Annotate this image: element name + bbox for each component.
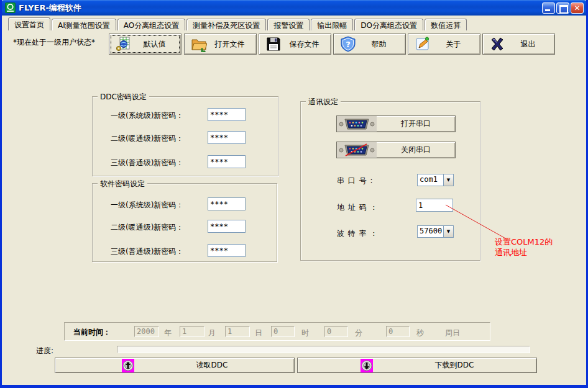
second-field [386, 326, 410, 337]
about-label: 关于 [431, 39, 476, 50]
about-button[interactable]: 关于 [408, 34, 480, 55]
com-port-value: com1 [418, 174, 443, 186]
maximize-button[interactable] [556, 2, 569, 14]
sw-level3-label: 三级(普通级)新密码： [111, 246, 183, 257]
baud-rate-value: 57600 [418, 226, 443, 237]
exit-label: 退出 [505, 39, 551, 50]
app-logo-icon [5, 2, 16, 13]
ddc-password-group-title: DDC密码设定 [98, 92, 149, 102]
annotation-text: 设置COLM12的 通讯地址 [495, 237, 553, 258]
minimize-button[interactable] [542, 2, 555, 14]
ddc-level2-label: 二级(暖通级)新密码： [111, 133, 183, 144]
save-file-label: 保存文件 [282, 39, 327, 50]
open-serial-port-label: 打开串口 [377, 119, 455, 129]
help-button[interactable]: ? 帮助 [333, 34, 406, 55]
software-password-group-title: 软件密码设定 [98, 179, 147, 189]
tab-do-config[interactable]: DO分离组态设置 [354, 19, 423, 30]
address-code-input[interactable] [416, 199, 453, 212]
tab-alarm[interactable]: 报警设置 [267, 19, 310, 30]
read-ddc-label: 读取DDC [196, 360, 228, 371]
sw-level2-password-input[interactable] [208, 220, 246, 233]
minute-unit: 分 [355, 328, 362, 338]
sw-level3-password-input[interactable] [208, 244, 246, 257]
save-file-button[interactable]: 保存文件 [259, 34, 331, 55]
tab-compensation[interactable]: 测量补偿及死区设置 [186, 19, 266, 30]
tab-output-limit[interactable]: 输出限幅 [311, 19, 353, 30]
tab-bar: 设置首页 AI测量范围设置 AO分离组态设置 测量补偿及死区设置 报警设置 输出… [8, 17, 467, 30]
about-icon [415, 36, 431, 52]
year-field [134, 326, 159, 337]
ddc-level3-password-input[interactable] [208, 155, 246, 168]
download-ddc-button[interactable]: 下载到DDC [297, 358, 537, 373]
day-field [225, 326, 250, 337]
ddc-level2-password-input[interactable] [208, 131, 246, 144]
read-ddc-button[interactable]: 读取DDC [55, 358, 295, 373]
minute-field [324, 326, 348, 337]
sw-level1-label: 一级(系统级)新密码： [111, 200, 183, 210]
current-time-label: 当前时间： [73, 327, 111, 338]
help-label: 帮助 [356, 39, 402, 50]
user-level-status: *现在处于一级用户状态* [13, 37, 95, 48]
baud-rate-chevron-down-icon[interactable]: ▼ [443, 226, 453, 237]
second-unit: 秒 [416, 328, 424, 338]
open-file-label: 打开文件 [207, 39, 252, 50]
hour-field [271, 326, 295, 337]
tab-numeric[interactable]: 数值运算 [425, 19, 467, 30]
ddc-level1-password-input[interactable] [208, 108, 246, 121]
month-unit: 月 [208, 328, 216, 338]
sw-level1-password-input[interactable] [208, 197, 246, 210]
app-window: FLYER-编程软件 ✕ 设置首页 AI测量范围设置 AO分离组态设置 测量补偿… [0, 0, 588, 388]
month-field [180, 326, 204, 337]
com-port-chevron-down-icon[interactable]: ▼ [443, 174, 453, 186]
baud-rate-label: 波 特 率 ： [337, 228, 378, 239]
annotation-line1: 设置COLM12的 [495, 237, 553, 247]
tab-home[interactable]: 设置首页 [8, 17, 50, 30]
hour-unit: 时 [301, 328, 309, 338]
download-ddc-icon [361, 359, 373, 372]
open-file-icon [191, 36, 207, 52]
tab-ao-config[interactable]: AO分离组态设置 [117, 19, 185, 30]
read-ddc-upload-icon [122, 359, 134, 372]
help-icon: ? [340, 36, 356, 52]
open-serial-port-button[interactable]: 打开串口 [336, 115, 456, 132]
window-controls: ✕ [542, 2, 585, 14]
sw-level2-label: 二级(暖通级)新密码： [111, 222, 183, 233]
default-values-button[interactable]: 默认值 [109, 34, 181, 55]
com-port-select[interactable]: com1 ▼ [417, 174, 454, 186]
progress-bar [117, 346, 530, 353]
baud-rate-select[interactable]: 57600 ▼ [417, 225, 454, 238]
serial-port-open-icon [337, 116, 377, 132]
exit-button[interactable]: 退出 [482, 34, 555, 55]
ddc-level1-label: 一级(系统级)新密码： [111, 111, 183, 121]
comm-settings-group-title: 通讯设定 [306, 97, 341, 107]
open-file-button[interactable]: 打开文件 [184, 34, 257, 55]
year-unit: 年 [164, 328, 172, 338]
day-unit: 日 [255, 328, 262, 338]
current-time-panel: 当前时间： 年 月 日 时 分 秒 周日 [64, 322, 490, 341]
address-code-label: 地 址 码 ： [337, 202, 378, 213]
ddc-level3-label: 三级(普通级)新密码： [111, 158, 183, 168]
close-serial-port-label: 关闭串口 [377, 145, 455, 155]
serial-port-closed-icon [337, 142, 377, 158]
close-serial-port-button[interactable]: 关闭串口 [336, 142, 456, 158]
annotation-line2: 通讯地址 [495, 247, 553, 258]
download-ddc-label: 下载到DDC [435, 360, 474, 371]
titlebar: FLYER-编程软件 ✕ [0, 0, 588, 16]
window-title: FLYER-编程软件 [19, 2, 81, 14]
exit-icon [489, 36, 505, 52]
tab-ai-range[interactable]: AI测量范围设置 [52, 19, 116, 30]
default-values-icon [116, 36, 132, 52]
default-values-label: 默认值 [132, 39, 177, 50]
svg-text:?: ? [346, 40, 351, 49]
com-port-label: 串 口 号 : [337, 176, 374, 186]
close-button[interactable]: ✕ [571, 2, 584, 14]
save-file-icon [265, 36, 282, 52]
progress-label: 进度: [36, 346, 53, 356]
weekday-label: 周日 [445, 328, 460, 338]
